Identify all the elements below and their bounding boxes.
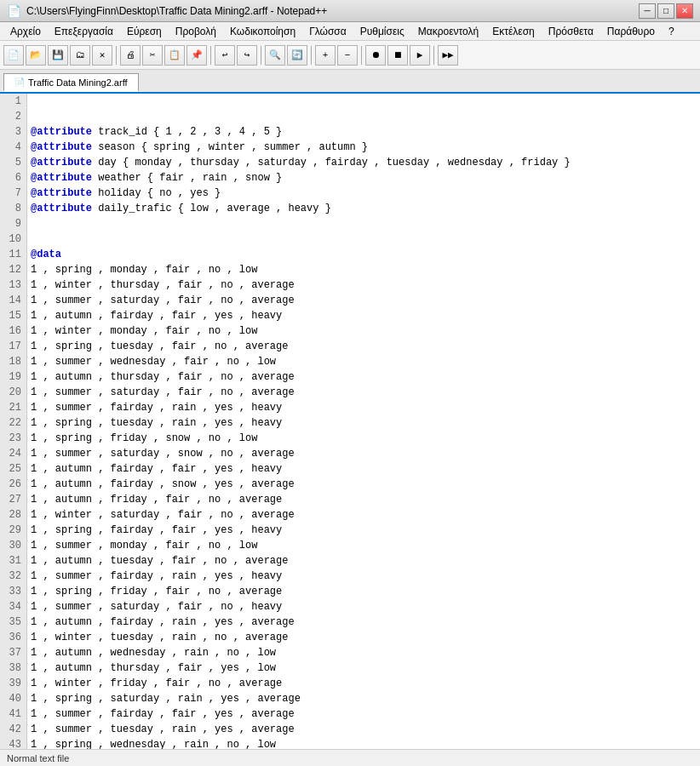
line-numbers: 1234567891011121314151617181920212223242…	[0, 94, 27, 749]
code-area[interactable]: @attribute track_id { 1 , 2 , 3 , 4 , 5 …	[27, 94, 700, 749]
code-line-24: 1 , summer , saturday , snow , no , aver…	[31, 446, 697, 461]
zoom-out-button[interactable]: −	[337, 45, 358, 66]
zoom-in-button[interactable]: +	[315, 45, 336, 66]
maximize-button[interactable]: □	[657, 3, 674, 19]
editor: 1234567891011121314151617181920212223242…	[0, 94, 700, 749]
line-number-8: 8	[5, 201, 21, 216]
code-line-5: @attribute day { monday , thursday , sat…	[31, 155, 697, 170]
paste-button[interactable]: 📌	[186, 45, 207, 66]
line-number-43: 43	[5, 737, 21, 749]
line-number-15: 15	[5, 308, 21, 323]
save-all-button[interactable]: 🗂	[70, 45, 90, 66]
code-line-30: 1 , summer , monday , fair , no , low	[31, 538, 697, 553]
line-number-6: 6	[5, 170, 21, 186]
close-doc-button[interactable]: ✕	[92, 45, 112, 66]
line-number-23: 23	[5, 431, 21, 446]
code-line-29: 1 , spring , fairday , fair , yes , heav…	[31, 523, 697, 538]
open-button[interactable]: 📂	[26, 45, 46, 66]
line-number-4: 4	[5, 140, 21, 155]
line-number-18: 18	[5, 354, 21, 369]
code-line-11: @data	[31, 247, 697, 262]
app-icon: 📄	[7, 4, 21, 18]
active-tab[interactable]: 📄 Traffic Data Mining2.arff	[3, 73, 139, 92]
copy-button[interactable]: 📋	[164, 45, 185, 66]
menu-item-[interactable]: Μακροεντολή	[411, 24, 485, 39]
menu-item-[interactable]: Κωδικοποίηση	[223, 24, 302, 39]
menu-item-[interactable]: Πρόσθετα	[542, 24, 600, 39]
line-number-29: 29	[5, 523, 21, 538]
code-line-15: 1 , autumn , fairday , fair , yes , heav…	[31, 308, 697, 323]
code-line-10	[31, 232, 697, 247]
menu-item-[interactable]: Αρχείο	[3, 24, 48, 39]
close-button[interactable]: ✕	[676, 3, 693, 19]
code-line-13: 1 , winter , thursday , fair , no , aver…	[31, 277, 697, 293]
sep1	[116, 46, 117, 65]
find-button[interactable]: 🔍	[265, 45, 285, 66]
code-line-36: 1 , winter , tuesday , rain , no , avera…	[31, 630, 697, 645]
code-line-28: 1 , winter , saturday , fair , no , aver…	[31, 507, 697, 523]
tab-icon: 📄	[14, 77, 25, 87]
code-line-3: @attribute track_id { 1 , 2 , 3 , 4 , 5 …	[31, 124, 697, 140]
menu-item-[interactable]: Επεξεργασία	[48, 24, 120, 39]
menu-item-[interactable]: Εύρεση	[120, 24, 169, 39]
menu-item-[interactable]: Προβολή	[169, 24, 223, 39]
menu-item-[interactable]: ?	[662, 24, 681, 39]
redo-button[interactable]: ↪	[237, 45, 257, 66]
line-number-26: 26	[5, 477, 21, 492]
cut-button[interactable]: ✂	[142, 45, 163, 66]
line-number-16: 16	[5, 323, 21, 339]
code-line-33: 1 , spring , friday , fair , no , averag…	[31, 584, 697, 599]
save-button[interactable]: 💾	[48, 45, 68, 66]
menu-item-[interactable]: Ρυθμίσεις	[353, 24, 411, 39]
macro-play-button[interactable]: ▶	[410, 45, 430, 66]
line-number-17: 17	[5, 339, 21, 354]
code-line-41: 1 , summer , fairday , fair , yes , aver…	[31, 706, 697, 722]
sep6	[433, 46, 434, 65]
run-button[interactable]: ▶▶	[438, 45, 458, 66]
sep5	[361, 46, 362, 65]
line-number-24: 24	[5, 446, 21, 461]
line-number-13: 13	[5, 277, 21, 293]
code-line-32: 1 , summer , fairday , rain , yes , heav…	[31, 569, 697, 584]
code-line-43: 1 , spring , wednesday , rain , no , low	[31, 737, 697, 749]
line-number-11: 11	[5, 247, 21, 262]
sep3	[261, 46, 261, 65]
code-line-40: 1 , spring , saturday , rain , yes , ave…	[31, 691, 697, 706]
new-button[interactable]: 📄	[3, 45, 24, 66]
code-line-9	[31, 216, 697, 232]
line-number-20: 20	[5, 385, 21, 400]
sep4	[311, 46, 312, 65]
line-number-40: 40	[5, 691, 21, 706]
minimize-button[interactable]: ─	[639, 3, 656, 19]
line-number-10: 10	[5, 232, 21, 247]
tab-label: Traffic Data Mining2.arff	[28, 77, 128, 88]
code-line-37: 1 , autumn , wednesday , rain , no , low	[31, 645, 697, 660]
line-number-38: 38	[5, 660, 21, 676]
line-number-3: 3	[5, 124, 21, 140]
code-line-21: 1 , summer , fairday , rain , yes , heav…	[31, 400, 697, 415]
menu-item-[interactable]: Παράθυρο	[600, 24, 662, 39]
status-bar: Normal text file	[0, 749, 700, 766]
title-bar-buttons: ─ □ ✕	[639, 3, 693, 19]
line-number-39: 39	[5, 676, 21, 691]
menu-items-container: ΑρχείοΕπεξεργασίαΕύρεσηΠροβολήΚωδικοποίη…	[3, 24, 681, 39]
line-number-9: 9	[5, 216, 21, 232]
code-line-14: 1 , summer , saturday , fair , no , aver…	[31, 293, 697, 308]
print-button[interactable]: 🖨	[120, 45, 141, 66]
line-number-25: 25	[5, 461, 21, 477]
menu-item-[interactable]: Εκτέλεση	[485, 24, 542, 39]
replace-button[interactable]: 🔄	[287, 45, 307, 66]
line-number-7: 7	[5, 186, 21, 201]
line-number-21: 21	[5, 400, 21, 415]
line-number-33: 33	[5, 584, 21, 599]
code-line-12: 1 , spring , monday , fair , no , low	[31, 262, 697, 277]
line-number-5: 5	[5, 155, 21, 170]
line-number-30: 30	[5, 538, 21, 553]
undo-button[interactable]: ↩	[215, 45, 235, 66]
macro-record-button[interactable]: ⏺	[365, 45, 386, 66]
macro-stop-button[interactable]: ⏹	[387, 45, 408, 66]
menu-item-[interactable]: Γλώσσα	[302, 24, 353, 39]
code-line-17: 1 , spring , tuesday , fair , no , avera…	[31, 339, 697, 354]
line-number-42: 42	[5, 722, 21, 737]
tab-bar: 📄 Traffic Data Mining2.arff	[0, 70, 700, 94]
